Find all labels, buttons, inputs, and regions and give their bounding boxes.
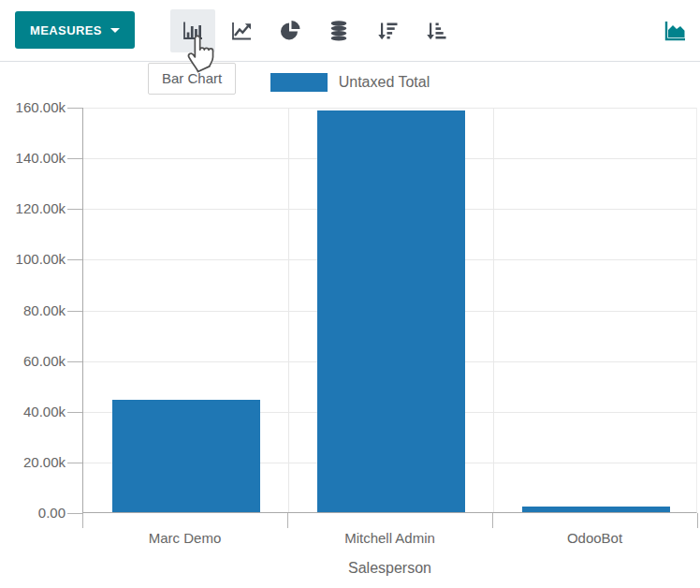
line-chart-button[interactable] <box>219 9 264 52</box>
legend-item[interactable]: Untaxed Total <box>0 73 700 92</box>
y-grid-line <box>83 108 696 109</box>
bar[interactable] <box>317 110 465 512</box>
sort-asc-button[interactable] <box>414 9 459 52</box>
y-tick-label: 160.00k <box>16 99 66 115</box>
y-tick-label: 100.00k <box>16 251 66 267</box>
y-tick <box>67 361 82 362</box>
legend-color-box <box>270 73 328 92</box>
y-tick-label: 140.00k <box>16 150 66 166</box>
database-button[interactable] <box>316 9 361 52</box>
caret-down-icon <box>110 28 120 33</box>
x-category-label: Marc Demo <box>101 530 270 546</box>
x-tick <box>287 513 288 528</box>
x-grid-line <box>493 108 494 512</box>
x-tick <box>82 513 83 528</box>
y-tick <box>67 513 82 514</box>
plot-area <box>82 108 697 513</box>
x-tick <box>697 513 698 528</box>
y-tick-label: 120.00k <box>16 200 66 216</box>
y-tick-label: 0.00 <box>38 505 66 521</box>
y-tick <box>67 158 82 159</box>
x-axis-title: Salesperson <box>82 560 697 577</box>
legend-label: Untaxed Total <box>339 74 430 91</box>
area-chart-icon <box>661 17 689 48</box>
bar-chart: Untaxed Total Salesperson 160.00k140.00k… <box>0 63 700 588</box>
sort-amount-asc-icon <box>424 19 448 43</box>
sort-desc-button[interactable] <box>365 9 410 52</box>
y-tick-label: 80.00k <box>23 302 66 318</box>
measures-button[interactable]: MEASURES <box>15 11 135 49</box>
y-tick <box>67 259 82 260</box>
x-category-label: Mitchell Admin <box>306 530 474 546</box>
graph-view: MEASURES <box>0 0 700 588</box>
y-tick <box>67 412 82 413</box>
y-tick <box>67 463 82 463</box>
y-tick <box>67 108 82 109</box>
pie-chart-button[interactable] <box>268 9 313 52</box>
toolbar: MEASURES <box>0 0 700 62</box>
y-tick-label: 40.00k <box>23 404 66 419</box>
y-tick-label: 60.00k <box>23 353 66 369</box>
y-tick-label: 20.00k <box>23 454 66 470</box>
bar[interactable] <box>112 400 260 512</box>
y-tick <box>67 311 82 312</box>
line-chart-icon <box>229 19 254 43</box>
cursor-pointer-icon <box>183 33 219 78</box>
x-tick <box>492 513 493 528</box>
y-tick <box>67 209 82 210</box>
sort-amount-desc-icon <box>375 19 400 43</box>
x-grid-line <box>288 108 289 512</box>
graph-view-switcher-button[interactable] <box>653 10 696 53</box>
bar[interactable] <box>522 507 670 512</box>
pie-chart-icon <box>278 19 302 43</box>
measures-label: MEASURES <box>30 23 102 37</box>
database-icon <box>327 19 351 43</box>
x-category-label: OdooBot <box>511 530 679 546</box>
